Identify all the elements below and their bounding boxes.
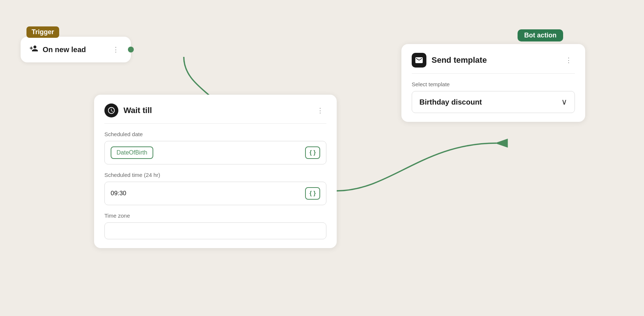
timezone-field[interactable] xyxy=(104,222,326,239)
email-icon-wrap xyxy=(412,53,426,68)
date-curly-button[interactable]: { } xyxy=(305,146,320,159)
scheduled-date-label: Scheduled date xyxy=(104,131,326,137)
scheduled-time-label: Scheduled time (24 hr) xyxy=(104,172,326,178)
date-of-birth-tag: DateOfBirth xyxy=(111,146,153,159)
wait-till-node: Wait till ⋮ Scheduled date DateOfBirth {… xyxy=(94,95,337,248)
time-curly-button[interactable]: { } xyxy=(305,187,320,200)
wait-node-header: Wait till ⋮ xyxy=(104,103,326,124)
scheduled-date-field[interactable]: DateOfBirth { } xyxy=(104,141,326,164)
scheduled-time-field[interactable]: 09:30 { } xyxy=(104,182,326,205)
time-value: 09:30 xyxy=(111,190,126,197)
send-template-header: Send template ⋮ xyxy=(412,53,575,74)
wait-node-title: Wait till xyxy=(124,106,309,115)
template-select-dropdown[interactable]: Birthday discount ∨ xyxy=(412,91,575,113)
workflow-canvas: Trigger On new lead ⋮ Wait till ⋮ Sched xyxy=(0,0,644,316)
trigger-more-button[interactable]: ⋮ xyxy=(110,44,122,55)
trigger-node: On new lead ⋮ xyxy=(21,37,131,62)
trigger-node-title: On new lead xyxy=(43,46,105,54)
chevron-down-icon: ∨ xyxy=(561,97,567,107)
template-selected-value: Birthday discount xyxy=(419,98,482,106)
send-template-more-button[interactable]: ⋮ xyxy=(562,55,575,66)
trigger-badge: Trigger xyxy=(26,26,59,38)
send-template-node: Send template ⋮ Select template Birthday… xyxy=(401,44,585,122)
wait-more-button[interactable]: ⋮ xyxy=(314,105,326,116)
clock-icon xyxy=(104,103,118,117)
send-template-more-icon: ⋮ xyxy=(565,56,572,64)
send-template-title: Send template xyxy=(432,55,557,65)
wait-more-icon: ⋮ xyxy=(317,106,323,115)
bot-action-badge: Bot action xyxy=(518,29,563,41)
timezone-label: Time zone xyxy=(104,213,326,219)
trigger-more-icon: ⋮ xyxy=(112,46,119,54)
trigger-connector-dot xyxy=(128,47,134,52)
select-template-label: Select template xyxy=(412,81,575,87)
person-add-icon xyxy=(29,44,38,55)
